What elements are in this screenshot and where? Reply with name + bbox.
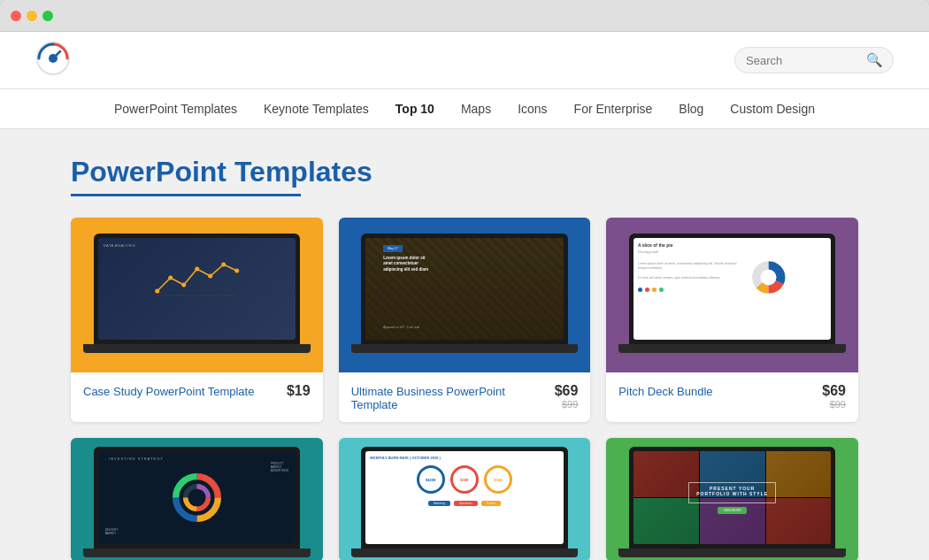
nav-enterprise[interactable]: For Enterprise [574,102,653,116]
search-box: 🔍 [734,47,894,73]
nav-maps[interactable]: Maps [461,102,491,116]
product-name-case-study[interactable]: Case Study PowerPoint Template [83,385,287,398]
svg-point-7 [208,273,212,278]
product-name-pitch-deck[interactable]: Pitch Deck Bundle [618,385,822,398]
main-content: PowerPoint Templates DATA ANALYSIS [0,129,929,560]
product-image-pitch-deck: A slice of the pie Closing growth Lorem … [606,218,858,372]
svg-point-9 [234,268,239,272]
product-price-value-2: $69 [555,383,579,398]
product-price-value: $19 [287,383,311,398]
traffic-lights [11,11,53,21]
svg-point-4 [168,275,173,280]
product-info-case-study: Case Study PowerPoint Template $19 [71,372,323,410]
product-card-burn-rate[interactable]: MONTHLY BURN RATE ( OCTOBER 2016 ) $420K… [339,438,591,560]
laptop-mockup-5: MONTHLY BURN RATE ( OCTOBER 2016 ) $420K… [361,447,567,560]
product-info-pitch-deck: Pitch Deck Bundle $69 $99 [606,372,858,420]
product-price-pitch-deck: $69 $99 [822,383,846,410]
close-button[interactable] [11,11,21,21]
laptop-mockup: DATA ANALYSIS [94,234,300,366]
nav-keynote[interactable]: Keynote Templates [264,102,369,116]
product-name-ultimate-business[interactable]: Ultimate Business PowerPoint Template [351,385,555,411]
product-card-case-study[interactable]: DATA ANALYSIS [71,218,323,422]
laptop-mockup-6: PRESENT YOURPORTFOLIO WITH STYLE VIEW MO… [629,447,835,560]
product-orig-price-3: $99 [822,399,846,410]
nav-blog[interactable]: Blog [679,102,703,116]
svg-point-5 [181,282,186,287]
page-title: PowerPoint Templates [71,156,858,188]
product-image-burn-rate: MONTHLY BURN RATE ( OCTOBER 2016 ) $420K… [339,438,591,560]
header: 🔍 [0,32,929,89]
nav-top10[interactable]: Top 10 [395,102,434,116]
product-image-portfolio: PRESENT YOURPORTFOLIO WITH STYLE VIEW MO… [606,438,858,560]
product-card-investing[interactable]: - INVESTING STRATEGY [71,438,323,560]
title-underline [71,194,301,196]
product-orig-price-2: $99 [555,399,579,410]
minimize-button[interactable] [27,11,37,21]
laptop-mockup-4: - INVESTING STRATEGY [94,447,300,560]
search-input[interactable] [746,54,861,67]
product-card-pitch-deck[interactable]: A slice of the pie Closing growth Lorem … [606,218,858,422]
product-card-ultimate-business[interactable]: May 17 Lorem ipsum dolor sitamet consect… [339,218,591,422]
product-card-portfolio[interactable]: PRESENT YOURPORTFOLIO WITH STYLE VIEW MO… [606,438,858,560]
laptop-mockup-3: A slice of the pie Closing growth Lorem … [629,234,835,366]
svg-point-15 [190,491,203,504]
nav-icons[interactable]: Icons [518,102,547,116]
product-price-ultimate-business: $69 $99 [555,383,579,410]
svg-point-6 [195,266,199,271]
logo[interactable] [35,41,71,80]
product-image-investing: - INVESTING STRATEGY [71,438,323,560]
main-nav: PowerPoint Templates Keynote Templates T… [0,89,929,129]
product-image-case-study: DATA ANALYSIS [71,218,323,372]
product-image-ultimate-business: May 17 Lorem ipsum dolor sitamet consect… [339,218,591,372]
svg-point-12 [761,269,777,285]
product-price-case-study: $19 [287,383,311,399]
maximize-button[interactable] [42,11,53,21]
product-info-ultimate-business: Ultimate Business PowerPoint Template $6… [339,372,591,422]
svg-point-8 [221,262,226,266]
nav-custom[interactable]: Custom Design [730,102,815,116]
nav-powerpoint[interactable]: PowerPoint Templates [114,102,237,116]
product-price-value-3: $69 [822,383,846,398]
product-grid: DATA ANALYSIS [71,218,858,560]
titlebar [0,0,929,32]
browser-window: 🔍 PowerPoint Templates Keynote Templates… [0,0,929,560]
svg-point-3 [155,288,159,293]
laptop-mockup-2: May 17 Lorem ipsum dolor sitamet consect… [361,234,567,366]
search-icon[interactable]: 🔍 [866,52,883,68]
